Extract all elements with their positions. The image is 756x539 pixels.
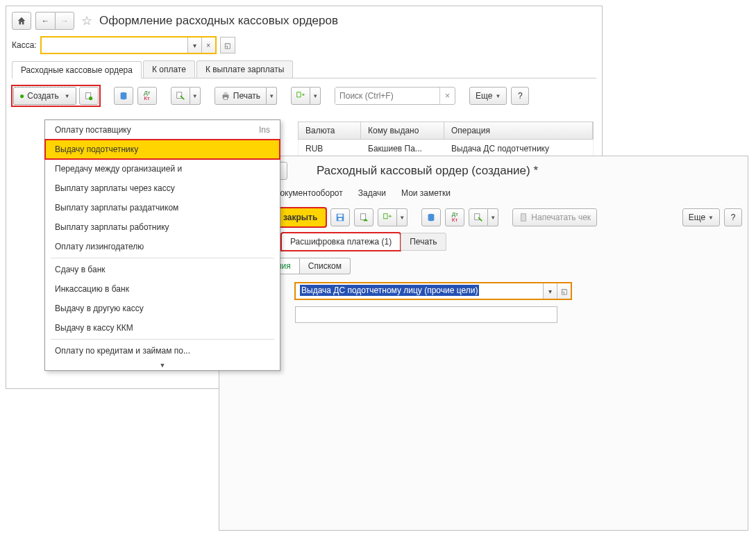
kassa-open-btn[interactable]: ◱ <box>221 38 235 53</box>
dtkt-icon: ДтКт <box>144 90 150 101</box>
edi2-button[interactable] <box>378 208 397 226</box>
svg-point-1 <box>89 97 92 100</box>
edi-dd[interactable]: ▼ <box>310 87 321 105</box>
create-button[interactable]: ● Создать ▼ <box>13 87 76 105</box>
list-button[interactable] <box>114 87 133 105</box>
list2-button[interactable] <box>421 208 441 226</box>
help2-button[interactable]: ? <box>724 208 742 226</box>
floppy-icon <box>335 213 345 222</box>
basis2-button[interactable] <box>469 208 488 226</box>
dd-scroll-down[interactable]: ▼ <box>45 360 280 370</box>
more-label: Еще <box>689 213 705 222</box>
tab-orders[interactable]: Расходные кассовые ордера <box>12 61 142 78</box>
svg-rect-5 <box>177 92 182 99</box>
seg-list[interactable]: Списком <box>300 258 351 274</box>
dd-item-leasing[interactable]: Оплату лизингодателю <box>45 237 280 256</box>
basis-dd[interactable]: ▼ <box>190 87 201 105</box>
forward-button[interactable]: → <box>55 12 74 30</box>
caret-down-icon: ▼ <box>496 93 501 99</box>
col-operation[interactable]: Операция <box>444 122 593 139</box>
dd-item-collection[interactable]: Инкассацию в банк <box>45 279 280 299</box>
kassa-input[interactable] <box>42 38 187 53</box>
comment-row: Комментарий: <box>225 306 742 323</box>
tab-to-pay[interactable]: К оплате <box>143 60 195 78</box>
search-clear[interactable]: × <box>439 88 455 104</box>
db-icon <box>426 213 436 222</box>
question-icon: ? <box>731 213 736 222</box>
print-label: Печать <box>233 91 260 101</box>
print-dd[interactable]: ▼ <box>267 87 277 105</box>
print-button[interactable]: Печать <box>215 87 267 105</box>
dd-item-transfer[interactable]: Передачу между организацией и <box>45 159 280 179</box>
dd-item-salary-cash[interactable]: Выплату зарплаты через кассу <box>45 179 280 198</box>
win1-header: ← → ☆ Оформление расходных кассовых орде… <box>12 12 596 30</box>
basis2-button-group: ▼ <box>469 208 498 226</box>
col-currency[interactable]: Валюта <box>299 122 361 139</box>
doc-link-icon <box>176 91 185 101</box>
plus-icon: ● <box>19 91 24 101</box>
win1-tabs: Расходные кассовые ордера К оплате К вып… <box>12 60 596 78</box>
dd-item-loans[interactable]: Оплату по кредитам и займам по... <box>45 341 280 360</box>
dd-item-salary-dist[interactable]: Выплату зарплаты раздатчиком <box>45 198 280 217</box>
kassa-dropdown-btn[interactable]: ▾ <box>187 38 201 53</box>
dd-item-other-cash[interactable]: Выдачу в другую кассу <box>45 299 280 318</box>
svg-rect-19 <box>521 214 526 222</box>
svg-rect-14 <box>384 214 387 219</box>
copy-button[interactable] <box>79 87 99 105</box>
printer-icon <box>221 91 230 101</box>
dd-item-salary-emp[interactable]: Выплату зарплаты работнику <box>45 217 280 237</box>
comment-input[interactable] <box>296 307 557 322</box>
dds-dropdown-btn[interactable]: ▾ <box>543 283 557 299</box>
subtab-details[interactable]: Расшифровка платежа (1) <box>281 233 401 251</box>
subtab-print[interactable]: Печать <box>401 233 446 251</box>
dd-item-advance[interactable]: Выдачу подотчетнику <box>45 140 280 159</box>
print-check-label: Напечатать чек <box>531 213 591 222</box>
edi2-button-group: ▼ <box>378 208 408 226</box>
print-check-button[interactable]: Напечатать чек <box>512 208 597 226</box>
kassa-row: Касса: ▾ × ◱ <box>12 37 596 53</box>
arrow-right-icon: → <box>60 16 69 26</box>
edi2-dd[interactable]: ▼ <box>397 208 408 226</box>
back-button[interactable]: ← <box>35 12 55 30</box>
dds-open-btn[interactable]: ◱ <box>557 283 571 299</box>
doc-link-icon <box>473 213 483 222</box>
basis2-dd[interactable]: ▼ <box>488 208 498 226</box>
svg-rect-9 <box>297 92 301 97</box>
kassa-clear-btn[interactable]: × <box>201 38 215 53</box>
more2-button[interactable]: Еще ▼ <box>682 208 720 226</box>
favorite-star-icon[interactable]: ☆ <box>78 13 95 28</box>
post-icon <box>359 213 369 222</box>
tab-salary[interactable]: К выплате зарплаты <box>196 60 293 78</box>
dt-kt-button[interactable]: ДтКт <box>137 87 157 105</box>
more-label: Еще <box>476 91 492 101</box>
home-icon <box>17 16 26 26</box>
svg-rect-11 <box>338 215 343 217</box>
navtab-tasks[interactable]: Задачи <box>358 187 386 201</box>
kassa-open-group: ◱ <box>220 37 235 53</box>
page-title: Оформление расходных кассовых ордеров <box>99 14 338 28</box>
post-button[interactable] <box>354 208 373 226</box>
more-button[interactable]: Еще ▼ <box>469 87 507 105</box>
caret-down-icon: ▼ <box>708 215 714 221</box>
save-button[interactable] <box>330 208 350 226</box>
home-button[interactable] <box>12 12 31 30</box>
navtab-notes[interactable]: Мои заметки <box>401 187 451 201</box>
dd-item-deposit[interactable]: Сдачу в банк <box>45 260 280 279</box>
dtkt-icon: ДтКт <box>452 212 458 223</box>
search-input[interactable] <box>335 88 439 104</box>
table-header: Валюта Кому выдано Операция <box>298 122 594 140</box>
dd-item-supplier[interactable]: Оплату поставщику Ins <box>45 120 280 140</box>
dd-separator <box>51 258 274 258</box>
col-recipient[interactable]: Кому выдано <box>361 122 444 139</box>
edi-button[interactable] <box>291 87 310 105</box>
create-dropdown: Оплату поставщику Ins Выдачу подотчетник… <box>44 119 280 371</box>
navtab-docflow[interactable]: Документооборот <box>274 187 343 201</box>
svg-rect-18 <box>475 214 480 220</box>
dds-input[interactable]: Выдача ДС подотчетному лицу (прочие цели… <box>296 283 543 299</box>
win2-header: ← → Расходный кассовый ордер (создание) … <box>225 162 742 180</box>
win1-toolbar: ● Создать ▼ ДтКт ▼ Печать <box>12 85 596 106</box>
dt-kt2-button[interactable]: ДтКт <box>445 208 464 226</box>
help-button[interactable]: ? <box>511 87 529 105</box>
basis-button[interactable] <box>171 87 190 105</box>
dd-item-kkm[interactable]: Выдачу в кассу ККМ <box>45 318 280 338</box>
